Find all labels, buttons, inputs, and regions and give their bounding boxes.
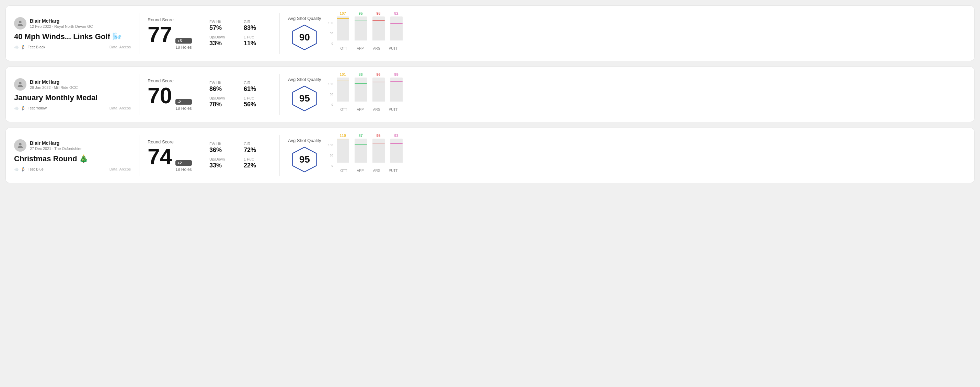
bar-value: 96 bbox=[377, 72, 381, 77]
bar-color-line bbox=[337, 81, 349, 81]
x-axis-label: APP bbox=[354, 47, 367, 51]
quality-label-col: Avg Shot Quality 95 bbox=[288, 138, 321, 173]
hex-score-value: 90 bbox=[299, 32, 310, 43]
y-50: 50 bbox=[328, 93, 333, 96]
quality-section: Avg Shot Quality 90 100 bbox=[288, 16, 966, 51]
updown-stat: Up/Down 33% bbox=[209, 35, 237, 47]
round-card: Blair McHarg 29 Jan 2022 · Mill Ride GCC… bbox=[5, 67, 975, 122]
bar-col-putt: 99 bbox=[390, 72, 403, 102]
hexagon-wrap: 90 bbox=[288, 24, 321, 51]
bar-fill bbox=[372, 143, 385, 162]
stats-section: FW Hit 57% GIR 83% Up/Down 33% 1 Putt 11… bbox=[209, 19, 271, 47]
updown-stat: Up/Down 33% bbox=[209, 157, 237, 169]
x-axis-row: OTTAPPARGPUTT bbox=[338, 108, 403, 111]
bar-color-line bbox=[355, 21, 367, 21]
score-value: 74 bbox=[148, 146, 172, 168]
section-divider bbox=[139, 135, 139, 176]
section-divider bbox=[139, 13, 139, 54]
updown-value: 78% bbox=[209, 101, 237, 108]
fw-hit-value: 86% bbox=[209, 86, 237, 93]
one-putt-label: 1 Putt bbox=[244, 96, 271, 100]
bar-col-app: 86 bbox=[354, 72, 368, 102]
data-source: Data: Arccos bbox=[110, 45, 131, 49]
bar-background bbox=[355, 16, 367, 40]
hexagon-wrap: 95 bbox=[288, 146, 321, 173]
bar-value: 95 bbox=[359, 11, 363, 16]
left-section: Blair McHarg 12 Feb 2022 · Royal North D… bbox=[14, 17, 131, 49]
round-score-label: Round Score bbox=[148, 139, 209, 144]
hexagon: 90 bbox=[291, 24, 318, 51]
one-putt-value: 11% bbox=[244, 40, 271, 47]
y-axis-labels: 100 50 0 bbox=[328, 21, 335, 45]
bar-fill bbox=[372, 82, 385, 102]
bag-icon: 🏌️ bbox=[21, 106, 26, 111]
bar-color-line bbox=[390, 81, 402, 82]
x-axis-label: PUTT bbox=[387, 47, 399, 51]
bag-icon: 🏌️ bbox=[21, 167, 26, 171]
bar-color-line bbox=[337, 18, 349, 19]
bar-col-putt: 82 bbox=[390, 11, 403, 40]
section-divider-2 bbox=[279, 74, 280, 115]
tee-info: ☁️ 🏌️ Tee: Black bbox=[14, 45, 45, 49]
one-putt-stat: 1 Putt 56% bbox=[244, 96, 271, 108]
bar-background bbox=[355, 139, 367, 163]
bar-background bbox=[390, 139, 402, 163]
score-row: 74 +2 18 Holes bbox=[148, 146, 209, 172]
x-axis-label: PUTT bbox=[387, 169, 399, 173]
hexagon: 95 bbox=[291, 85, 318, 112]
bar-col-putt: 93 bbox=[390, 133, 403, 163]
user-header: Blair McHarg 12 Feb 2022 · Royal North D… bbox=[14, 17, 131, 30]
footer-row: ☁️ 🏌️ Tee: Yellow Data: Arccos bbox=[14, 106, 131, 111]
score-diff-badge: -2 bbox=[175, 99, 191, 105]
bar-value: 93 bbox=[395, 133, 399, 138]
bag-icon: 🏌️ bbox=[21, 45, 26, 49]
score-row: 77 +5 18 Holes bbox=[148, 24, 209, 50]
updown-label: Up/Down bbox=[209, 35, 237, 39]
bar-fill bbox=[372, 21, 385, 40]
score-diff-badge: +5 bbox=[175, 38, 191, 44]
bar-value: 99 bbox=[395, 72, 399, 77]
bar-value: 98 bbox=[377, 11, 381, 16]
svg-point-4 bbox=[19, 143, 21, 146]
footer-row: ☁️ 🏌️ Tee: Blue Data: Arccos bbox=[14, 167, 131, 171]
data-source: Data: Arccos bbox=[110, 167, 131, 171]
gir-label: GIR bbox=[244, 81, 271, 85]
bar-fill bbox=[390, 144, 402, 162]
tee-label: Tee: Black bbox=[28, 45, 45, 49]
x-axis-label: ARG bbox=[371, 47, 383, 51]
bar-fill bbox=[390, 24, 402, 40]
score-diff-badge: +2 bbox=[175, 160, 191, 166]
bar-col-arg: 98 bbox=[372, 11, 385, 40]
cloud-icon: ☁️ bbox=[14, 45, 19, 49]
fw-hit-value: 36% bbox=[209, 146, 237, 154]
svg-point-0 bbox=[19, 21, 21, 23]
gir-stat: GIR 83% bbox=[244, 19, 271, 32]
bar-col-ott: 107 bbox=[336, 11, 350, 40]
bars-row: 110 87 95 93 bbox=[336, 139, 403, 163]
one-putt-value: 22% bbox=[244, 162, 271, 169]
bar-background bbox=[372, 139, 385, 163]
one-putt-stat: 1 Putt 11% bbox=[244, 35, 271, 47]
person-icon bbox=[16, 19, 24, 27]
quality-section: Avg Shot Quality 95 100 bbox=[288, 138, 966, 173]
bar-col-ott: 101 bbox=[336, 72, 350, 102]
left-section: Blair McHarg 29 Jan 2022 · Mill Ride GCC… bbox=[14, 78, 131, 110]
bar-value: 95 bbox=[377, 133, 381, 138]
fw-hit-stat: FW Hit 57% bbox=[209, 19, 237, 32]
gir-stat: GIR 61% bbox=[244, 81, 271, 93]
section-divider bbox=[139, 74, 139, 115]
bar-col-app: 95 bbox=[354, 11, 368, 40]
person-icon bbox=[16, 81, 24, 88]
svg-point-2 bbox=[19, 82, 21, 84]
bar-background bbox=[337, 16, 349, 40]
score-badge-col: +2 18 Holes bbox=[175, 160, 191, 172]
score-badge-col: -2 18 Holes bbox=[175, 99, 191, 111]
y-axis-labels: 100 50 0 bbox=[328, 82, 335, 106]
cloud-icon: ☁️ bbox=[14, 106, 19, 111]
y-100: 100 bbox=[328, 21, 333, 25]
date-course: 29 Jan 2022 · Mill Ride GCC bbox=[30, 85, 78, 90]
one-putt-stat: 1 Putt 22% bbox=[244, 157, 271, 169]
avatar bbox=[14, 17, 26, 30]
round-title: January Monthly Medal bbox=[14, 93, 131, 102]
score-holes: 18 Holes bbox=[175, 106, 191, 111]
